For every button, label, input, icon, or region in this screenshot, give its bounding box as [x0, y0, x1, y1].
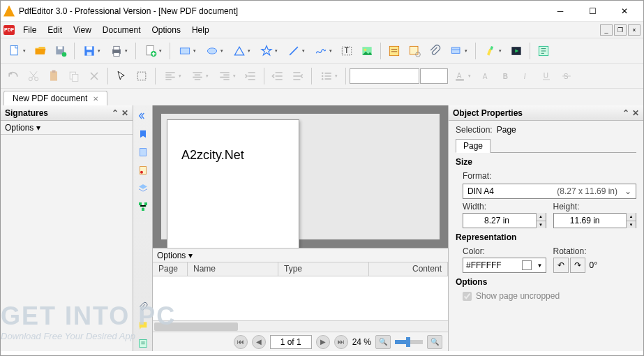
pdf-app-icon: PDF — [3, 25, 15, 35]
svg-rect-0 — [10, 45, 17, 54]
text-tool[interactable]: T — [337, 41, 357, 61]
menu-view[interactable]: View — [68, 24, 97, 36]
canvas-area[interactable]: A2zcity.Net — [153, 105, 448, 248]
nav-fields-icon[interactable] — [135, 336, 151, 351]
outdent-button[interactable] — [288, 66, 308, 86]
font-highlight-button[interactable]: A — [476, 66, 495, 86]
strikethrough-button[interactable]: S — [557, 66, 576, 86]
prev-page-button[interactable]: ◀ — [252, 335, 266, 349]
mdi-restore[interactable]: ❐ — [614, 24, 627, 36]
rotate-ccw-button[interactable]: ↶ — [553, 258, 569, 273]
pointer-tool[interactable] — [112, 66, 131, 86]
print-button[interactable] — [105, 41, 132, 61]
panel-collapse-icon[interactable]: ⌃ — [112, 108, 119, 118]
ellipse-tool[interactable] — [201, 41, 227, 61]
add-page-button[interactable] — [140, 41, 166, 61]
increase-indent-button[interactable] — [241, 66, 260, 86]
undo-button[interactable] — [3, 66, 23, 86]
width-input[interactable]: ▲▼ — [463, 213, 546, 228]
attachment-tool[interactable] — [425, 41, 444, 61]
format-select[interactable]: DIN A4 (8.27 x 11.69 in) ⌄ — [463, 184, 636, 199]
font-family-select[interactable] — [350, 68, 419, 84]
save-as-button[interactable] — [51, 41, 70, 61]
rotate-cw-button[interactable]: ↷ — [570, 258, 585, 273]
rectangle-tool[interactable] — [174, 41, 200, 61]
color-picker[interactable]: #FFFFFF ▼ — [463, 258, 546, 273]
underline-button[interactable]: U — [537, 66, 556, 86]
note-tool[interactable] — [405, 41, 424, 61]
menu-options[interactable]: Options — [147, 24, 186, 36]
paste-button[interactable] — [44, 66, 63, 86]
zoom-out-button[interactable]: 🔍 — [375, 335, 391, 349]
last-page-button[interactable]: ⏭ — [334, 335, 348, 349]
menu-file[interactable]: File — [17, 24, 42, 36]
save-button[interactable] — [78, 41, 105, 61]
menu-edit[interactable]: Edit — [42, 24, 68, 36]
copy-button[interactable] — [64, 66, 84, 86]
mdi-minimize[interactable]: _ — [600, 24, 613, 36]
nav-comments-icon[interactable] — [135, 318, 151, 333]
close-button[interactable]: ✕ — [608, 1, 641, 22]
media-tool[interactable] — [507, 41, 526, 61]
col-content[interactable]: Content — [369, 262, 448, 276]
close-tab-icon[interactable]: ✕ — [93, 95, 98, 103]
image-tool[interactable] — [357, 41, 377, 61]
first-page-button[interactable]: ⏮ — [234, 335, 248, 349]
nav-thumbnails-icon[interactable] — [135, 144, 151, 160]
bold-button[interactable]: B — [496, 66, 516, 86]
highlighter-tool[interactable] — [479, 41, 506, 61]
show-uncropped-checkbox[interactable]: Show page uncropped — [463, 291, 636, 301]
height-input[interactable]: ▲▼ — [553, 213, 637, 228]
nav-tree-icon[interactable] — [135, 199, 151, 214]
props-tab-page[interactable]: Page — [456, 139, 491, 153]
zoom-in-button[interactable]: 🔍 — [427, 335, 442, 349]
stamp-tool[interactable] — [445, 41, 472, 61]
document-tab[interactable]: New PDF document ✕ — [3, 91, 107, 105]
cut-button[interactable] — [24, 66, 43, 86]
italic-button[interactable]: I — [516, 66, 536, 86]
menu-bar: PDF File Edit View Document Options Help… — [1, 22, 643, 38]
col-type[interactable]: Type — [278, 262, 369, 276]
form-field-tool[interactable] — [384, 41, 404, 61]
new-document-button[interactable] — [3, 41, 30, 61]
star-tool[interactable] — [255, 41, 282, 61]
bottom-options-dropdown[interactable]: Options ▾ — [153, 249, 448, 262]
next-page-button[interactable]: ▶ — [316, 335, 330, 349]
col-page[interactable]: Page — [153, 262, 188, 276]
mdi-close[interactable]: × — [628, 24, 641, 36]
nav-attachments-icon[interactable] — [135, 299, 151, 315]
form-edit-tool[interactable] — [534, 41, 553, 61]
triangle-tool[interactable] — [228, 41, 255, 61]
svg-rect-12 — [180, 47, 189, 53]
maximize-button[interactable]: ☐ — [576, 1, 608, 22]
menu-document[interactable]: Document — [97, 24, 147, 36]
line-tool[interactable] — [283, 41, 309, 61]
freehand-tool[interactable] — [310, 41, 336, 61]
minimize-button[interactable]: ─ — [544, 1, 576, 22]
align-right-button[interactable] — [214, 66, 240, 86]
select-area-tool[interactable] — [132, 66, 151, 86]
list-button[interactable] — [315, 66, 342, 86]
props-collapse-icon[interactable]: ⌃ — [622, 108, 629, 118]
align-left-button[interactable] — [159, 66, 186, 86]
col-name[interactable]: Name — [188, 262, 278, 276]
zoom-slider[interactable] — [395, 340, 423, 344]
props-close-icon[interactable]: ✕ — [632, 108, 639, 118]
pdf-page[interactable]: A2zcity.Net — [167, 119, 299, 248]
options-section-title: Options — [456, 277, 636, 287]
panel-close-icon[interactable]: ✕ — [121, 108, 128, 118]
menu-help[interactable]: Help — [186, 24, 215, 36]
decrease-indent-button[interactable] — [268, 66, 287, 86]
nav-layers-icon[interactable] — [135, 181, 151, 196]
open-button[interactable] — [31, 41, 50, 61]
nav-bookmarks-icon[interactable] — [135, 126, 151, 142]
font-size-select[interactable] — [420, 68, 448, 84]
delete-button[interactable] — [84, 66, 104, 86]
bottom-scrollbar[interactable] — [153, 320, 448, 332]
font-color-button[interactable]: A — [449, 66, 475, 86]
align-center-button[interactable] — [186, 66, 213, 86]
signatures-options-dropdown[interactable]: Options ▾ — [1, 121, 133, 135]
nav-signatures-icon[interactable] — [135, 163, 151, 178]
page-number-input[interactable] — [270, 335, 312, 349]
nav-pages-back-icon[interactable] — [135, 108, 151, 124]
